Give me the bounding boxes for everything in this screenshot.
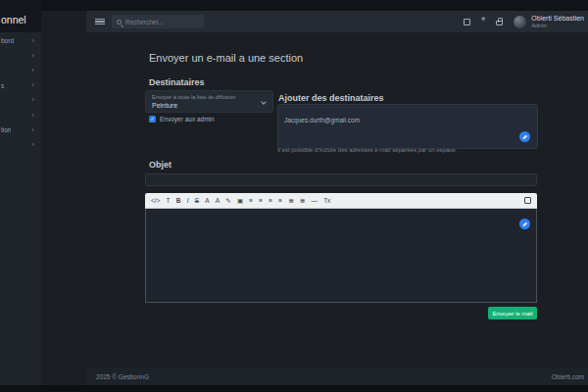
mailing-list-select-label: Envoyer à toute la liste de diffusion [152,94,257,100]
mailing-list-selected-value: Peinture [152,102,257,109]
sidebar-item-4[interactable]: s › [0,78,41,93]
sidebar-item-6[interactable]: › [0,108,41,122]
user-name: Obierti Sébastien [531,15,584,23]
chevron-right-icon: › [31,141,34,149]
footer-link[interactable]: Obierti.com [552,373,584,380]
editor-ordered-list-button[interactable]: ≣ [288,193,293,209]
editor-align-left-button[interactable]: ≡ [249,193,253,209]
editor-font-color-button[interactable]: A [205,193,209,209]
chevron-right-icon: › [31,112,34,120]
chevron-right-icon: › [31,81,34,89]
avatar [514,16,526,28]
search-input[interactable]: Rechercher... [112,15,204,28]
editor-pencil-button[interactable]: ✎ [225,193,230,209]
editor-bold-button[interactable]: B [176,193,181,209]
editor-align-center-button[interactable]: ≡ [259,193,263,209]
lock-icon[interactable] [496,21,503,25]
recipients-email-value: Jacques.durth@gmail.com [284,117,360,123]
editor-code-button[interactable]: </> [151,193,160,209]
recipients-email-textarea[interactable]: Jacques.durth@gmail.com [277,104,538,149]
assistant-widget-icon[interactable] [519,219,530,229]
editor-toolbar: </> T B I S A A ✎ ▣ ≡ ≡ ≡ ≡ ≣ ≣ — Tx [145,193,537,209]
editor-content-area[interactable] [145,209,537,303]
sidebar-item-8[interactable]: › [0,137,41,152]
hamburger-menu-icon[interactable] [95,17,105,26]
fullscreen-icon[interactable] [464,19,470,25]
chevron-down-icon [261,99,267,105]
footer: 2025 © GestionnG Obierti.com [86,368,588,385]
sidebar-item-1[interactable]: bord › [0,33,41,48]
sidebar-item-5[interactable]: › [0,93,41,108]
chevron-right-icon: › [31,126,34,134]
editor-highlight-color-button[interactable]: A [216,193,220,209]
sidebar-header: onnel [0,0,41,32]
editor-fullscreen-icon[interactable] [524,197,531,204]
editor-strikethrough-button[interactable]: S [195,193,199,209]
light-mode-icon[interactable]: * [481,18,485,26]
chevron-right-icon: › [31,37,34,45]
sidebar-item-label: s [1,82,4,89]
editor-clear-format-button[interactable]: Tx [323,193,330,209]
subject-input[interactable] [145,173,537,186]
send-mail-button[interactable]: Envoyer le mail [488,307,537,319]
recipients-heading: Destinataires [149,77,205,87]
top-gap [41,0,588,11]
sidebar-item-7[interactable]: tion › [0,122,41,137]
sidebar-item-label: tion [1,126,11,133]
rich-text-editor: </> T B I S A A ✎ ▣ ≡ ≡ ≡ ≡ ≣ ≣ — Tx [145,193,537,303]
footer-copyright: 2025 © GestionnG [96,373,149,380]
sidebar-item-label: bord [1,37,14,44]
add-recipients-heading: Ajouter des destinataires [278,93,384,103]
editor-align-justify-button[interactable]: ≡ [278,193,282,209]
send-to-admins-row: ✓ Envoyer aux admin [149,116,215,122]
send-to-admins-checkbox[interactable]: ✓ [149,116,156,122]
mailing-list-select[interactable]: Envoyer à toute la liste de diffusion Pe… [145,90,273,113]
main-area: Rechercher... * Obierti Sébastien Admin … [41,0,588,385]
user-role: Admin [531,23,584,28]
search-icon [117,20,122,24]
editor-align-right-button[interactable]: ≡ [269,193,272,209]
sidebar-item-3[interactable]: › [0,63,41,77]
page-title: Envoyer un e-mail a une section [149,52,303,64]
topbar: Rechercher... * Obierti Sébastien Admin [86,11,588,32]
editor-horizontal-rule-button[interactable]: — [311,193,318,209]
chevron-right-icon: › [31,67,34,74]
chevron-right-icon: › [31,96,34,104]
sidebar-item-2[interactable]: › [0,48,41,63]
subject-heading: Objet [149,160,172,170]
topbar-actions: * Obierti Sébastien Admin [464,15,588,28]
send-to-admins-label: Envoyer aux admin [160,116,215,122]
sidebar-nav: bord › › › s › › › tion › › [0,33,41,153]
app-brand: onnel [1,14,26,25]
recipients-helper-text: Il est possible d'inclure des adresses e… [277,147,457,153]
editor-image-button[interactable]: ▣ [237,193,243,209]
assistant-widget-icon[interactable] [519,131,530,142]
editor-text-style-button[interactable]: T [167,193,171,209]
editor-italic-button[interactable]: I [187,193,189,209]
sidebar: onnel bord › › › s › › › tion › [0,0,41,385]
search-placeholder: Rechercher... [125,19,164,25]
user-menu[interactable]: Obierti Sébastien Admin [514,15,584,28]
chevron-right-icon: › [31,52,34,60]
editor-unordered-list-button[interactable]: ≣ [300,193,305,209]
